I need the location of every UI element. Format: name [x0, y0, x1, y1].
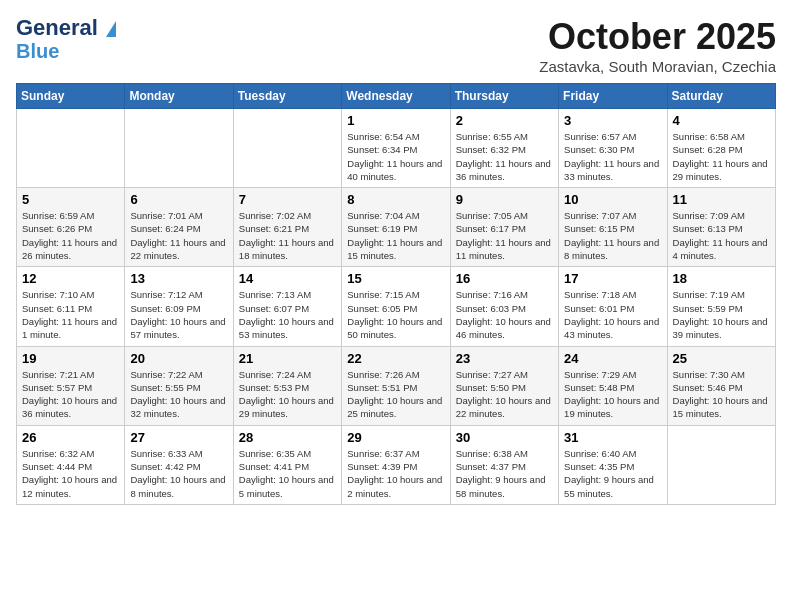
day-info: Sunrise: 6:58 AMSunset: 6:28 PMDaylight:…	[673, 130, 770, 183]
empty-cell	[17, 109, 125, 188]
day-info: Sunrise: 7:26 AMSunset: 5:51 PMDaylight:…	[347, 368, 444, 421]
day-number: 11	[673, 192, 770, 207]
calendar-header-row: SundayMondayTuesdayWednesdayThursdayFrid…	[17, 84, 776, 109]
calendar-day-cell: 19Sunrise: 7:21 AMSunset: 5:57 PMDayligh…	[17, 346, 125, 425]
day-number: 5	[22, 192, 119, 207]
day-number: 26	[22, 430, 119, 445]
day-of-week-header: Tuesday	[233, 84, 341, 109]
day-info: Sunrise: 7:24 AMSunset: 5:53 PMDaylight:…	[239, 368, 336, 421]
day-info: Sunrise: 7:09 AMSunset: 6:13 PMDaylight:…	[673, 209, 770, 262]
month-title: October 2025	[539, 16, 776, 58]
day-number: 1	[347, 113, 444, 128]
location-subtitle: Zastavka, South Moravian, Czechia	[539, 58, 776, 75]
day-number: 17	[564, 271, 661, 286]
day-info: Sunrise: 6:59 AMSunset: 6:26 PMDaylight:…	[22, 209, 119, 262]
day-number: 4	[673, 113, 770, 128]
day-info: Sunrise: 7:21 AMSunset: 5:57 PMDaylight:…	[22, 368, 119, 421]
calendar-day-cell: 31Sunrise: 6:40 AMSunset: 4:35 PMDayligh…	[559, 425, 667, 504]
calendar-day-cell: 7Sunrise: 7:02 AMSunset: 6:21 PMDaylight…	[233, 188, 341, 267]
day-number: 2	[456, 113, 553, 128]
day-of-week-header: Saturday	[667, 84, 775, 109]
calendar-day-cell: 5Sunrise: 6:59 AMSunset: 6:26 PMDaylight…	[17, 188, 125, 267]
day-of-week-header: Thursday	[450, 84, 558, 109]
day-info: Sunrise: 6:57 AMSunset: 6:30 PMDaylight:…	[564, 130, 661, 183]
day-of-week-header: Wednesday	[342, 84, 450, 109]
calendar-day-cell: 13Sunrise: 7:12 AMSunset: 6:09 PMDayligh…	[125, 267, 233, 346]
calendar-day-cell: 20Sunrise: 7:22 AMSunset: 5:55 PMDayligh…	[125, 346, 233, 425]
day-number: 20	[130, 351, 227, 366]
day-number: 14	[239, 271, 336, 286]
calendar-day-cell: 6Sunrise: 7:01 AMSunset: 6:24 PMDaylight…	[125, 188, 233, 267]
day-number: 13	[130, 271, 227, 286]
day-number: 7	[239, 192, 336, 207]
day-number: 10	[564, 192, 661, 207]
day-info: Sunrise: 7:01 AMSunset: 6:24 PMDaylight:…	[130, 209, 227, 262]
day-info: Sunrise: 6:40 AMSunset: 4:35 PMDaylight:…	[564, 447, 661, 500]
day-number: 24	[564, 351, 661, 366]
calendar-day-cell: 24Sunrise: 7:29 AMSunset: 5:48 PMDayligh…	[559, 346, 667, 425]
calendar-week-row: 1Sunrise: 6:54 AMSunset: 6:34 PMDaylight…	[17, 109, 776, 188]
calendar-day-cell: 2Sunrise: 6:55 AMSunset: 6:32 PMDaylight…	[450, 109, 558, 188]
day-number: 25	[673, 351, 770, 366]
day-info: Sunrise: 7:16 AMSunset: 6:03 PMDaylight:…	[456, 288, 553, 341]
calendar-day-cell: 4Sunrise: 6:58 AMSunset: 6:28 PMDaylight…	[667, 109, 775, 188]
day-number: 3	[564, 113, 661, 128]
calendar-day-cell: 3Sunrise: 6:57 AMSunset: 6:30 PMDaylight…	[559, 109, 667, 188]
calendar-day-cell: 11Sunrise: 7:09 AMSunset: 6:13 PMDayligh…	[667, 188, 775, 267]
calendar-week-row: 5Sunrise: 6:59 AMSunset: 6:26 PMDaylight…	[17, 188, 776, 267]
empty-cell	[125, 109, 233, 188]
calendar-day-cell: 25Sunrise: 7:30 AMSunset: 5:46 PMDayligh…	[667, 346, 775, 425]
calendar-day-cell: 17Sunrise: 7:18 AMSunset: 6:01 PMDayligh…	[559, 267, 667, 346]
page-header: General Blue October 2025 Zastavka, Sout…	[16, 16, 776, 75]
calendar-day-cell: 26Sunrise: 6:32 AMSunset: 4:44 PMDayligh…	[17, 425, 125, 504]
day-number: 12	[22, 271, 119, 286]
calendar-day-cell: 23Sunrise: 7:27 AMSunset: 5:50 PMDayligh…	[450, 346, 558, 425]
day-info: Sunrise: 6:35 AMSunset: 4:41 PMDaylight:…	[239, 447, 336, 500]
calendar-week-row: 19Sunrise: 7:21 AMSunset: 5:57 PMDayligh…	[17, 346, 776, 425]
day-number: 18	[673, 271, 770, 286]
day-info: Sunrise: 7:30 AMSunset: 5:46 PMDaylight:…	[673, 368, 770, 421]
day-number: 6	[130, 192, 227, 207]
calendar-day-cell: 1Sunrise: 6:54 AMSunset: 6:34 PMDaylight…	[342, 109, 450, 188]
calendar-table: SundayMondayTuesdayWednesdayThursdayFrid…	[16, 83, 776, 505]
day-number: 29	[347, 430, 444, 445]
calendar-day-cell: 9Sunrise: 7:05 AMSunset: 6:17 PMDaylight…	[450, 188, 558, 267]
logo: General Blue	[16, 16, 116, 62]
calendar-day-cell: 16Sunrise: 7:16 AMSunset: 6:03 PMDayligh…	[450, 267, 558, 346]
logo-blue-text: Blue	[16, 40, 59, 62]
day-info: Sunrise: 7:10 AMSunset: 6:11 PMDaylight:…	[22, 288, 119, 341]
day-number: 8	[347, 192, 444, 207]
calendar-day-cell: 30Sunrise: 6:38 AMSunset: 4:37 PMDayligh…	[450, 425, 558, 504]
day-info: Sunrise: 6:38 AMSunset: 4:37 PMDaylight:…	[456, 447, 553, 500]
calendar-day-cell: 21Sunrise: 7:24 AMSunset: 5:53 PMDayligh…	[233, 346, 341, 425]
day-number: 23	[456, 351, 553, 366]
day-number: 21	[239, 351, 336, 366]
calendar-day-cell: 29Sunrise: 6:37 AMSunset: 4:39 PMDayligh…	[342, 425, 450, 504]
day-number: 9	[456, 192, 553, 207]
day-of-week-header: Sunday	[17, 84, 125, 109]
day-info: Sunrise: 6:37 AMSunset: 4:39 PMDaylight:…	[347, 447, 444, 500]
calendar-week-row: 26Sunrise: 6:32 AMSunset: 4:44 PMDayligh…	[17, 425, 776, 504]
day-info: Sunrise: 6:33 AMSunset: 4:42 PMDaylight:…	[130, 447, 227, 500]
day-info: Sunrise: 7:27 AMSunset: 5:50 PMDaylight:…	[456, 368, 553, 421]
day-number: 30	[456, 430, 553, 445]
calendar-day-cell: 18Sunrise: 7:19 AMSunset: 5:59 PMDayligh…	[667, 267, 775, 346]
day-of-week-header: Friday	[559, 84, 667, 109]
empty-cell	[667, 425, 775, 504]
empty-cell	[233, 109, 341, 188]
calendar-week-row: 12Sunrise: 7:10 AMSunset: 6:11 PMDayligh…	[17, 267, 776, 346]
day-info: Sunrise: 7:18 AMSunset: 6:01 PMDaylight:…	[564, 288, 661, 341]
title-block: October 2025 Zastavka, South Moravian, C…	[539, 16, 776, 75]
calendar-day-cell: 12Sunrise: 7:10 AMSunset: 6:11 PMDayligh…	[17, 267, 125, 346]
calendar-day-cell: 22Sunrise: 7:26 AMSunset: 5:51 PMDayligh…	[342, 346, 450, 425]
day-info: Sunrise: 7:12 AMSunset: 6:09 PMDaylight:…	[130, 288, 227, 341]
day-number: 15	[347, 271, 444, 286]
calendar-day-cell: 8Sunrise: 7:04 AMSunset: 6:19 PMDaylight…	[342, 188, 450, 267]
day-of-week-header: Monday	[125, 84, 233, 109]
day-info: Sunrise: 7:29 AMSunset: 5:48 PMDaylight:…	[564, 368, 661, 421]
day-info: Sunrise: 6:55 AMSunset: 6:32 PMDaylight:…	[456, 130, 553, 183]
day-info: Sunrise: 7:05 AMSunset: 6:17 PMDaylight:…	[456, 209, 553, 262]
calendar-day-cell: 15Sunrise: 7:15 AMSunset: 6:05 PMDayligh…	[342, 267, 450, 346]
day-info: Sunrise: 6:32 AMSunset: 4:44 PMDaylight:…	[22, 447, 119, 500]
logo-triangle-icon	[106, 21, 116, 37]
